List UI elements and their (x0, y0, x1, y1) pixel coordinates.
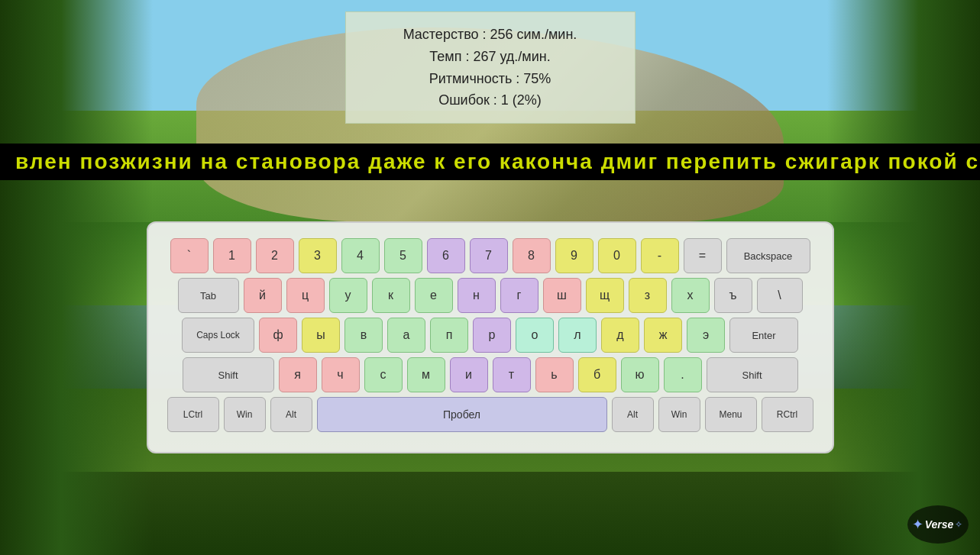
key-minus[interactable]: - (641, 238, 679, 273)
text-bar-content: влен позжизни на становора даже к его ка… (0, 150, 980, 173)
key-ш[interactable]: ш (543, 278, 581, 313)
keyboard-row-5: LCtrl Win Alt Пробел Alt Win Menu RCtrl (163, 397, 817, 432)
key-з[interactable]: з (629, 278, 667, 313)
key-ж[interactable]: ж (644, 318, 682, 353)
key-н[interactable]: н (458, 278, 496, 313)
key-capslock[interactable]: Caps Lock (182, 318, 254, 353)
errors-stat: Ошибок : 1 (2%) (369, 89, 612, 111)
key-5[interactable]: 5 (384, 238, 422, 273)
key-ц[interactable]: ц (286, 278, 325, 313)
keyboard-row-1: ` 1 2 3 4 5 6 7 8 9 0 - = Backspace (163, 238, 817, 273)
text-bar: влен позжизни на становора даже к его ка… (0, 144, 980, 180)
key-э[interactable]: э (687, 318, 725, 353)
key-6[interactable]: 6 (427, 238, 465, 273)
trees-left (0, 0, 153, 555)
key-у[interactable]: у (329, 278, 367, 313)
key-tab[interactable]: Tab (178, 278, 239, 313)
key-period[interactable]: . (664, 357, 702, 392)
key-ч[interactable]: ч (322, 357, 360, 392)
key-ю[interactable]: ю (621, 357, 659, 392)
mastery-stat: Мастерство : 256 сим./мин. (369, 24, 612, 46)
key-8[interactable]: 8 (513, 238, 551, 273)
key-enter[interactable]: Enter (729, 318, 798, 353)
logo-text: Verse (925, 518, 954, 531)
key-и[interactable]: и (450, 357, 488, 392)
key-в[interactable]: в (344, 318, 383, 353)
key-7[interactable]: 7 (470, 238, 508, 273)
key-ф[interactable]: ф (259, 318, 297, 353)
logo-star-icon: ✦ (912, 516, 923, 533)
key-alt-right[interactable]: Alt (612, 397, 654, 432)
key-backspace[interactable]: Backspace (726, 238, 810, 273)
key-4[interactable]: 4 (341, 238, 380, 273)
rhythm-stat: Ритмичность : 75% (369, 68, 612, 90)
key-е[interactable]: е (415, 278, 453, 313)
key-м[interactable]: м (407, 357, 445, 392)
key-д[interactable]: д (601, 318, 639, 353)
stats-panel: Мастерство : 256 сим./мин. Темп : 267 уд… (345, 11, 636, 124)
key-к[interactable]: к (372, 278, 410, 313)
key-shift-right[interactable]: Shift (707, 357, 798, 392)
key-р[interactable]: р (473, 318, 511, 353)
key-9[interactable]: 9 (555, 238, 593, 273)
key-2[interactable]: 2 (256, 238, 294, 273)
key-о[interactable]: о (516, 318, 554, 353)
key-й[interactable]: й (244, 278, 282, 313)
key-0[interactable]: 0 (598, 238, 636, 273)
key-л[interactable]: л (558, 318, 597, 353)
keyboard-row-2: Tab й ц у к е н г ш щ з х ъ \ (163, 278, 817, 313)
key-equals[interactable]: = (684, 238, 722, 273)
key-а[interactable]: а (387, 318, 425, 353)
logo-star-right-icon: ✧ (955, 519, 962, 530)
key-ы[interactable]: ы (302, 318, 340, 353)
key-lctrl[interactable]: LCtrl (167, 397, 219, 432)
key-ь[interactable]: ь (535, 357, 574, 392)
key-1[interactable]: 1 (213, 238, 251, 273)
keyboard-row-4: Shift я ч с м и т ь б ю . Shift (163, 357, 817, 392)
key-щ[interactable]: щ (586, 278, 624, 313)
key-п[interactable]: п (430, 318, 468, 353)
key-3[interactable]: 3 (299, 238, 337, 273)
key-backslash[interactable]: \ (757, 278, 803, 313)
key-win-left[interactable]: Win (224, 397, 266, 432)
trees-right (827, 0, 980, 555)
key-т[interactable]: т (493, 357, 531, 392)
keyboard-row-3: Caps Lock ф ы в а п р о л д ж э Enter (163, 318, 817, 353)
key-х[interactable]: х (671, 278, 710, 313)
key-space[interactable]: Пробел (317, 397, 607, 432)
key-г[interactable]: г (500, 278, 539, 313)
key-alt-left[interactable]: Alt (270, 397, 312, 432)
key-ъ[interactable]: ъ (714, 278, 752, 313)
logo-watermark: ✦ Verse ✧ (907, 505, 969, 544)
key-menu[interactable]: Menu (705, 397, 757, 432)
tempo-stat: Темп : 267 уд./мин. (369, 46, 612, 68)
key-backtick[interactable]: ` (170, 238, 209, 273)
key-shift-left[interactable]: Shift (183, 357, 274, 392)
keyboard: ` 1 2 3 4 5 6 7 8 9 0 - = Backspace Tab … (147, 221, 834, 453)
key-б[interactable]: б (578, 357, 616, 392)
key-win-right[interactable]: Win (658, 397, 700, 432)
key-я[interactable]: я (279, 357, 317, 392)
key-с[interactable]: с (364, 357, 403, 392)
key-rctrl[interactable]: RCtrl (762, 397, 813, 432)
